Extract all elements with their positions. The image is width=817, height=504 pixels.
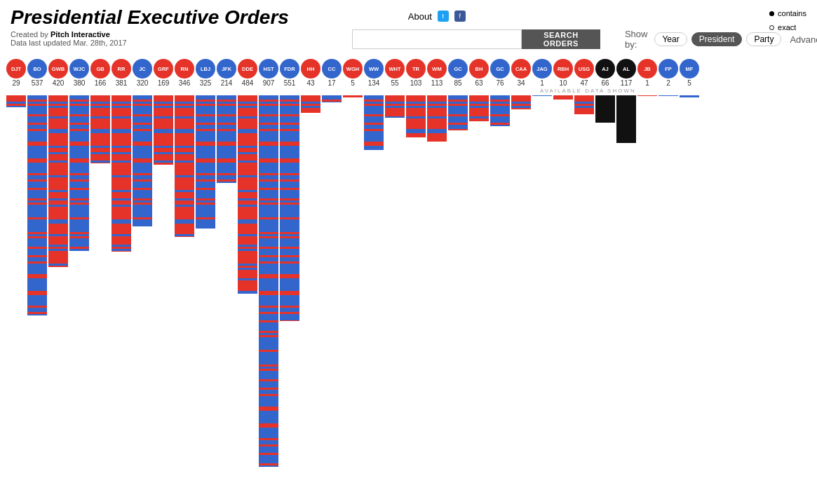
president-count: 10 (559, 79, 567, 87)
president-badge[interactable]: GC (490, 59, 510, 79)
president-badge[interactable]: MF (680, 59, 699, 79)
bar-col (574, 95, 594, 114)
president-badge[interactable]: GWB (48, 59, 68, 79)
president-count: 169 (158, 79, 170, 87)
credits-created: Created by Pitch Interactive (11, 30, 110, 39)
president-count: 325 (200, 79, 212, 87)
search-button[interactable]: SEARCH ORDERS (522, 29, 600, 49)
show-by-label: Show by: (625, 29, 648, 50)
president-count: 66 (601, 79, 609, 87)
president-badge[interactable]: CC (322, 59, 342, 79)
bar-col (616, 95, 636, 143)
bar-segment (133, 226, 152, 226)
twitter-icon[interactable]: t (438, 11, 449, 22)
bar-col (238, 95, 257, 294)
president-badge[interactable]: BO (27, 59, 47, 79)
president-col: WW134 (364, 59, 384, 88)
president-badge[interactable]: HST (259, 59, 278, 79)
show-by-year[interactable]: Year (654, 32, 687, 46)
show-by-president[interactable]: President (691, 32, 743, 46)
president-count: 134 (368, 79, 380, 87)
president-badge[interactable]: WJC (69, 59, 89, 79)
president-badge[interactable]: WW (364, 59, 384, 79)
president-count: 5 (687, 79, 691, 87)
bar-segment (553, 97, 573, 100)
bar-col (659, 95, 678, 96)
president-badge[interactable]: FP (659, 59, 678, 79)
president-badge[interactable]: GRF (154, 59, 173, 79)
president-badge[interactable]: DDE (238, 59, 257, 79)
bar-segment (364, 148, 384, 150)
bar-col (511, 95, 531, 109)
bar-segment (385, 116, 405, 118)
president-col: AJ66 (595, 59, 615, 88)
president-col: GC76 (490, 59, 510, 88)
bar-segment (217, 182, 236, 183)
president-count: 320 (137, 79, 149, 87)
facebook-icon[interactable]: f (454, 11, 466, 22)
president-badge[interactable]: JC (133, 59, 152, 79)
president-count: 113 (431, 79, 443, 87)
president-badge[interactable]: USG (574, 59, 594, 79)
page-title: Presidential Executive Orders (11, 7, 289, 29)
credits-updated: Data last updated Mar. 28th, 2017 (11, 39, 127, 47)
president-col: TR103 (406, 59, 426, 88)
president-count: 5 (351, 79, 355, 87)
bar-col (259, 95, 278, 467)
president-badge[interactable]: LBJ (196, 59, 215, 79)
president-badge[interactable]: WHT (385, 59, 405, 79)
president-badge[interactable]: GC (448, 59, 468, 79)
president-badge[interactable]: GB (90, 59, 110, 79)
bar-col (175, 95, 194, 237)
president-badge[interactable]: CAA (511, 59, 531, 79)
bar-col (48, 95, 68, 267)
president-col: HH43 (301, 59, 320, 88)
president-badge[interactable]: HH (301, 59, 320, 79)
bar-col (406, 95, 426, 137)
president-badge[interactable]: WGH (343, 59, 363, 79)
president-badge[interactable]: FDR (280, 59, 299, 79)
president-badge[interactable]: AJ (595, 59, 615, 79)
bar-segment (48, 266, 68, 267)
president-badge[interactable]: RR (112, 59, 131, 79)
bar-col (469, 95, 489, 121)
president-count: 484 (242, 79, 254, 87)
president-badge[interactable]: DJT (6, 59, 26, 79)
president-badge[interactable]: AL (616, 59, 636, 79)
president-badge[interactable]: TR (406, 59, 426, 79)
bar-col (385, 95, 405, 118)
bar-col (322, 95, 342, 102)
advanced-text: Advanced (790, 34, 817, 45)
bar-col (680, 95, 699, 97)
president-col: DDE484 (238, 59, 257, 88)
president-badge[interactable]: WM (427, 59, 447, 79)
president-badge[interactable]: BH (469, 59, 489, 79)
bar-col (427, 95, 447, 142)
show-by-party[interactable]: Party (746, 32, 781, 46)
president-badge[interactable]: JB (637, 59, 657, 79)
president-col: WGH5 (343, 59, 363, 88)
about-link[interactable]: About (408, 11, 432, 22)
president-badge[interactable]: RBH (553, 59, 573, 79)
president-badge[interactable]: JFK (217, 59, 236, 79)
president-col: USG47 (574, 59, 594, 88)
bar-segment (280, 320, 299, 321)
president-col: FDR551 (280, 59, 299, 88)
president-count: 1 (540, 79, 544, 87)
president-count: 34 (517, 79, 525, 87)
president-col: GC85 (448, 59, 468, 88)
bar-segment (301, 112, 320, 113)
president-count: 537 (32, 79, 43, 87)
bar-segment (322, 102, 342, 102)
president-count: 214 (221, 79, 233, 87)
search-input[interactable] (352, 29, 522, 49)
president-badge[interactable]: JAG (532, 59, 552, 79)
president-badge[interactable]: RN (175, 59, 194, 79)
president-count: 907 (263, 79, 275, 87)
president-count: 2 (666, 79, 670, 87)
bar-col (595, 95, 615, 123)
president-col: FP2 (659, 59, 678, 88)
bar-col (112, 95, 131, 252)
advanced-button[interactable]: Advanced ⚙ (790, 34, 817, 45)
president-col: JFK214 (217, 59, 236, 88)
